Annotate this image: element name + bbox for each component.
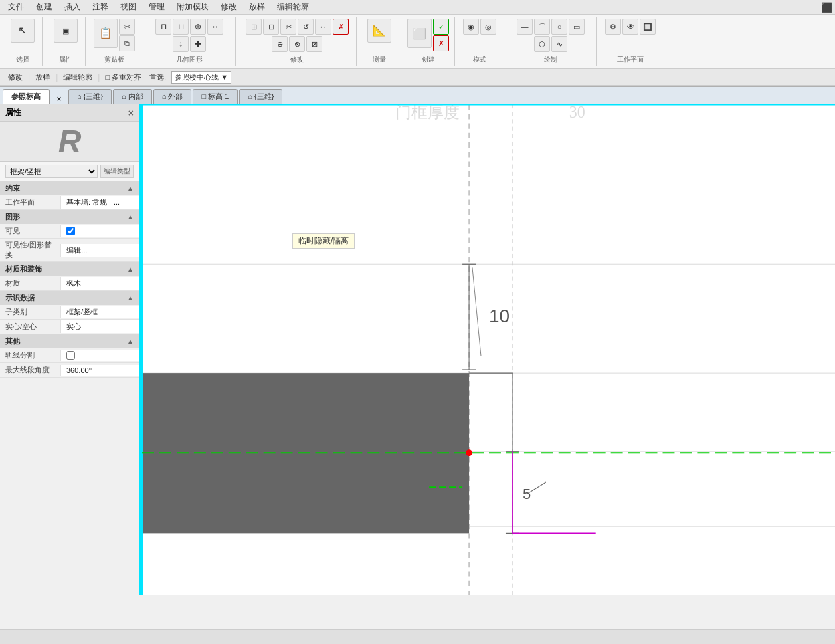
tab-3d-home[interactable]: ⌂ {三维} [68,89,112,104]
tab-exterior[interactable]: ⌂ 外部 [153,89,192,104]
props-section-header-other[interactable]: 其他▲ [0,334,139,348]
props-value-visible[interactable] [60,225,139,237]
menu-file[interactable]: 文件 [3,0,29,14]
menu-loft[interactable]: 放样 [244,0,270,14]
ribbon-group-workplane: ⚙ 👁 🔲 工作平面 [599,17,661,66]
svg-line-12 [472,267,481,356]
menu-view[interactable]: 视图 [115,0,142,14]
menu-insert[interactable]: 插入 [59,0,86,14]
tb-multi-align-checkbox[interactable]: □ 多重对齐 [102,72,144,82]
tool-mod1[interactable]: ⊞ [246,19,262,35]
ribbon-label-measure: 测量 [373,55,386,64]
props-checkbox-visible[interactable] [66,227,75,235]
ribbon-label-mode: 模式 [473,55,486,64]
props-value-workplane[interactable]: 基本墙: 常规 - ... [60,196,139,209]
tool-draw-arc[interactable]: ⌒ [534,19,550,35]
tool-geom4[interactable]: ↔ [207,19,223,35]
status-bar [0,629,835,644]
tool-properties[interactable]: ▣ [54,19,78,43]
props-value-max-angle[interactable]: 360.00° [60,365,139,376]
tool-geom3[interactable]: ⊕ [190,19,206,35]
svg-text:5: 5 [523,486,531,502]
props-logo: R [0,122,139,162]
svg-text:门框厚度: 门框厚度 [395,104,459,121]
tool-mod5[interactable]: ↔ [315,19,331,35]
tool-geom5[interactable]: ↕ [173,36,189,52]
props-checkbox-track-split[interactable] [66,351,75,360]
tab-ref-level[interactable]: 参照标高 [3,89,50,104]
tb-loft[interactable]: 放样 [33,72,53,82]
canvas-area[interactable]: 临时隐藏/隔离 门框厚度 30 10 [141,104,835,595]
ribbon-label-modify: 修改 [290,55,304,64]
view-tabs: 参照标高 × ⌂ {三维} ⌂ 内部 ⌂ 外部 □ 标高 1 ⌂ {三维} [0,87,835,104]
props-value-solid-void[interactable]: 实心 [60,320,139,333]
props-section-header-graphics[interactable]: 图形▲ [0,210,139,224]
props-value-subcategory[interactable]: 框架/竖框 [60,306,139,318]
tb-center-line-dropdown[interactable]: 参照楼中心线 ▼ [171,71,231,84]
props-label-workplane: 工作平面 [0,196,60,209]
tool-finish[interactable]: ✓ [433,19,449,35]
menu-addons[interactable]: 附加模块 [171,0,214,14]
tool-cut[interactable]: ✂ [119,19,135,35]
tab-3d-home2[interactable]: ⌂ {三维} [239,89,282,104]
tool-mod2[interactable]: ⊟ [263,19,279,35]
tool-mode2[interactable]: ◎ [480,19,496,35]
tool-mod8[interactable]: ⊗ [289,36,305,52]
tool-create-component[interactable]: ⬜ [407,19,432,48]
props-label-solid-void: 实心/空心 [0,320,60,333]
props-value-track-split[interactable] [60,350,139,361]
props-section-header-material[interactable]: 材质和装饰▲ [0,262,139,276]
menu-modify[interactable]: 修改 [215,0,242,14]
props-section-identity: 示识数据▲ 子类别 框架/竖框 实心/空心 实心 [0,291,139,334]
tab-level1[interactable]: □ 标高 1 [193,89,238,104]
tool-settings[interactable]: ⚙ [605,19,621,35]
props-edit-type-btn[interactable]: 编辑类型 [100,165,134,178]
svg-text:30: 30 [569,104,585,121]
tool-mode1[interactable]: ◉ [463,19,479,35]
tab-close[interactable]: × [51,94,67,104]
tool-draw-poly[interactable]: ⬡ [534,36,550,52]
tool-mod9[interactable]: ⊠ [306,36,322,52]
props-section-other: 其他▲ 轨线分割 最大线段角度 360.00° [0,334,139,378]
ribbon-label-clipboard: 剪贴板 [104,55,124,64]
props-value-visibility[interactable]: 编辑... [60,244,139,257]
tool-geom1[interactable]: ⊓ [155,19,171,35]
tool-copy[interactable]: ⧉ [119,35,135,51]
tool-draw-spline[interactable]: ∿ [551,36,567,52]
ribbon-label-geometry: 几何图形 [176,55,203,64]
menu-create[interactable]: 创建 [31,0,58,14]
props-logo-letter: R [58,123,82,160]
tool-draw-line[interactable]: — [517,19,533,35]
tool-cancel[interactable]: ✗ [433,35,449,51]
tool-paste[interactable]: 📋 [94,19,118,48]
tb-modify[interactable]: 修改 [5,72,25,82]
props-section-header-constraints[interactable]: 约束▲ [0,181,139,195]
tool-geom2[interactable]: ⊔ [173,19,189,35]
props-type-select[interactable]: 框架/竖框 [5,165,98,178]
ribbon-group-measure: 📐 测量 [359,17,399,66]
tool-mod4[interactable]: ↺ [298,19,314,35]
tool-move[interactable]: ✚ [190,36,206,52]
props-label-visible: 可见 [0,225,60,237]
tool-viewer[interactable]: 🔲 [640,19,656,35]
props-close-btn[interactable]: × [128,108,134,118]
menu-edit-profile[interactable]: 编辑轮廓 [272,0,314,14]
props-row-workplane: 工作平面 基本墙: 常规 - ... [0,195,139,210]
ribbon-group-props: ▣ 属性 [45,17,86,66]
tb-edit-profile[interactable]: 编辑轮廓 [60,72,95,82]
props-section-header-identity[interactable]: 示识数据▲ [0,291,139,305]
tool-measure[interactable]: 📐 [367,19,391,43]
tool-mod6[interactable]: ✗ [333,19,349,35]
menu-annotate[interactable]: 注释 [87,0,114,14]
props-value-material[interactable]: 枫木 [60,277,139,290]
tool-display[interactable]: 👁 [622,19,638,35]
quick-access-icon[interactable]: ⬛ [821,2,832,13]
tool-mod3[interactable]: ✂ [280,19,296,35]
tool-select[interactable]: ↖ [11,19,35,43]
tool-mod7[interactable]: ⊕ [272,36,288,52]
tab-interior[interactable]: ⌂ 内部 [113,89,152,104]
tool-draw-rect[interactable]: ▭ [569,19,585,35]
menu-manage[interactable]: 管理 [143,0,170,14]
tool-draw-circle[interactable]: ○ [551,19,567,35]
props-label-material: 材质 [0,277,60,290]
